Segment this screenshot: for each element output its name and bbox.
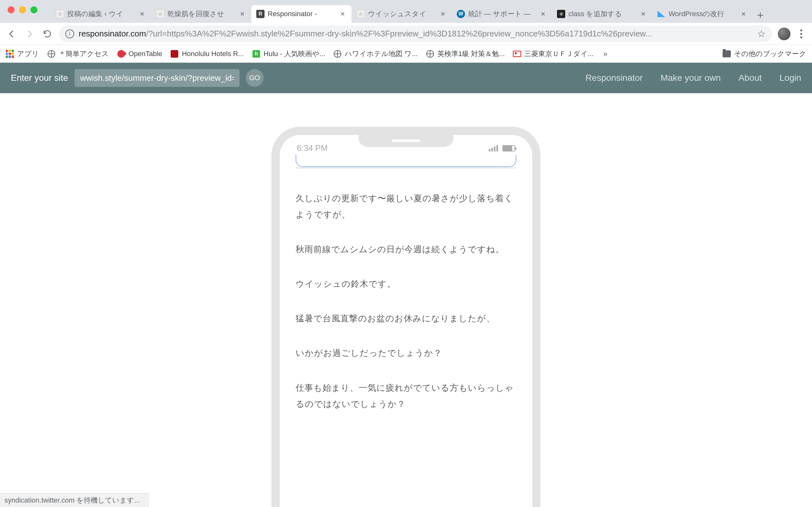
other-bookmarks-folder[interactable]: その他のブックマーク: [722, 49, 806, 59]
bookmark-label: ＊簡単アクセス: [59, 49, 109, 59]
site-icon: ⁜: [557, 10, 565, 18]
tab-6[interactable]: WordPressの改行 ×: [652, 5, 752, 23]
tab-strip: ♔ 投稿の編集 ‹ ウイ × ♔ 乾燥肌を回復させ × R Responsina…: [0, 0, 812, 23]
site-info-icon[interactable]: i: [65, 30, 74, 38]
tab-title: WordPressの改行: [669, 9, 737, 19]
tab-title: 統計 — サポート —: [468, 9, 536, 19]
mufg-icon: [513, 50, 521, 58]
nav-make-your-own[interactable]: Make your own: [660, 73, 721, 83]
bookmark-label: 英検準1級 対策＆勉...: [438, 49, 505, 59]
bookmark-item[interactable]: h Hulu - 人気映画や...: [252, 49, 325, 59]
url-text: responsinator.com/?url=https%3A%2F%2Fwwi…: [79, 29, 753, 39]
wordpress-icon: W: [457, 10, 465, 18]
tab-0[interactable]: ♔ 投稿の編集 ‹ ウイ ×: [51, 5, 151, 23]
browser-status-text: syndication.twitter.com を待機しています...: [0, 493, 149, 507]
profile-avatar[interactable]: [778, 27, 791, 40]
crown-icon: ♔: [156, 10, 164, 18]
other-bookmarks-label: その他のブックマーク: [734, 49, 806, 59]
minimize-window-button[interactable]: [19, 6, 26, 13]
tab-title: 乾燥肌を回復させ: [167, 9, 235, 19]
nav-login[interactable]: Login: [779, 73, 801, 83]
paragraph: 秋雨前線でムシムシの日が今週は続くようですね。: [296, 241, 516, 258]
go-button[interactable]: GO: [246, 69, 264, 87]
bookmarks-overflow-button[interactable]: »: [603, 49, 607, 58]
hulu-icon: h: [252, 50, 260, 58]
paragraph: 猛暑で台風直撃のお盆のお休みになりましたが、: [296, 311, 516, 327]
back-button[interactable]: [6, 28, 18, 40]
bookmark-label: OpenTable: [129, 50, 162, 58]
globe-icon: [426, 50, 434, 58]
maximize-window-button[interactable]: [31, 6, 38, 13]
decorative-dotted-line: [296, 168, 516, 168]
close-tab-icon[interactable]: ×: [339, 10, 346, 18]
close-tab-icon[interactable]: ×: [239, 10, 246, 18]
bookmark-item[interactable]: 英検準1級 対策＆勉...: [426, 49, 505, 59]
paragraph: 仕事も始まり、一気に疲れがでている方もいらっしゃるのではないでしょうか？: [296, 380, 516, 412]
tab-2-active[interactable]: R Responsinator - ×: [251, 5, 351, 23]
phone-viewport[interactable]: 久しぶりの更新です〜厳しい夏の暑さが少し落ち着くようですが、 秋雨前線でムシムシ…: [280, 155, 532, 412]
globe-icon: [334, 50, 342, 58]
close-window-button[interactable]: [8, 6, 14, 13]
close-tab-icon[interactable]: ×: [439, 10, 447, 18]
tab-3[interactable]: ♔ ウイッシュスタイ ×: [351, 5, 452, 23]
bookmark-item[interactable]: ハワイホテル地図 ワ...: [334, 49, 417, 59]
tab-title: Responsinator -: [268, 10, 336, 18]
go-label: GO: [249, 74, 260, 82]
enter-site-label: Enter your site: [11, 73, 68, 83]
paragraph: 久しぶりの更新です〜厳しい夏の暑さが少し落ち着くようですが、: [296, 190, 516, 223]
preview-area: 6:34 PM 久しぶりの更新です〜厳しい夏の暑さが少し落ち着くようですが、 秋…: [0, 93, 812, 507]
tab-title: ウイッシュスタイ: [368, 9, 436, 19]
window-traffic-lights: [8, 6, 38, 13]
chrome-menu-button[interactable]: [796, 29, 806, 39]
battery-icon: [502, 145, 515, 152]
crown-icon: ♔: [357, 10, 365, 18]
site-url-input[interactable]: [74, 69, 240, 87]
reload-icon: [43, 29, 52, 39]
close-tab-icon[interactable]: ×: [640, 10, 647, 18]
tab-4[interactable]: W 統計 — サポート — ×: [452, 5, 552, 23]
nav-about[interactable]: About: [739, 73, 762, 83]
article-body: 久しぶりの更新です〜厳しい夏の暑さが少し落ち着くようですが、 秋雨前線でムシムシ…: [296, 190, 516, 412]
reload-button[interactable]: [41, 28, 53, 40]
tab-5[interactable]: ⁜ class を追加する ×: [552, 5, 652, 23]
address-bar[interactable]: i responsinator.com/?url=https%3A%2F%2Fw…: [59, 26, 772, 42]
bookmark-label: Honolulu Hotels R...: [182, 50, 244, 58]
bookmark-item[interactable]: 三菱東京ＵＦＪダイ...: [513, 49, 594, 59]
bookmark-star-icon[interactable]: ☆: [757, 28, 766, 39]
phone-time: 6:34 PM: [297, 143, 328, 153]
apps-grid-icon: [6, 50, 14, 58]
apps-label: アプリ: [17, 49, 39, 59]
tab-title: class を追加する: [568, 9, 636, 19]
arrow-right-icon: [25, 29, 34, 39]
url-path: /?url=https%3A%2F%2Fwwish.style%2Fsummer…: [146, 29, 652, 38]
responsinator-header: Enter your site GO Responsinator Make yo…: [0, 63, 812, 93]
close-tab-icon[interactable]: ×: [740, 10, 747, 18]
close-tab-icon[interactable]: ×: [138, 10, 146, 18]
new-tab-button[interactable]: ＋: [752, 7, 768, 23]
phone-frame: 6:34 PM 久しぶりの更新です〜厳しい夏の暑さが少し落ち着くようですが、 秋…: [271, 127, 541, 507]
apps-shortcut[interactable]: アプリ: [6, 49, 39, 59]
triangle-icon: [657, 10, 665, 18]
bookmark-label: 三菱東京ＵＦＪダイ...: [524, 49, 594, 59]
bookmark-item[interactable]: Honolulu Hotels R...: [170, 50, 244, 58]
bookmark-label: Hulu - 人気映画や...: [264, 49, 325, 59]
tab-1[interactable]: ♔ 乾燥肌を回復させ ×: [151, 5, 251, 23]
status-label: syndication.twitter.com を待機しています...: [4, 496, 140, 505]
arrow-left-icon: [7, 29, 16, 39]
bookmarks-bar: アプリ ＊簡単アクセス OpenTable Honolulu Hotels R.…: [0, 45, 812, 63]
responsinator-icon: R: [256, 10, 264, 18]
bookmark-item[interactable]: OpenTable: [117, 50, 162, 58]
forward-button[interactable]: [23, 28, 36, 40]
signal-icon: [489, 145, 498, 152]
paragraph: いかがお過ごしだったでしょうか？: [296, 345, 516, 361]
opentable-icon: [117, 50, 125, 58]
url-host: responsinator.com: [79, 29, 146, 38]
tab-title: 投稿の編集 ‹ ウイ: [67, 9, 135, 19]
toolbar: i responsinator.com/?url=https%3A%2F%2Fw…: [0, 23, 812, 45]
bookmark-item[interactable]: ＊簡単アクセス: [47, 49, 109, 59]
nav-responsinator[interactable]: Responsinator: [586, 73, 643, 83]
globe-icon: [47, 50, 55, 58]
bookmark-label: ハワイホテル地図 ワ...: [345, 49, 417, 59]
close-tab-icon[interactable]: ×: [539, 10, 547, 18]
decorative-curve: [296, 155, 516, 167]
